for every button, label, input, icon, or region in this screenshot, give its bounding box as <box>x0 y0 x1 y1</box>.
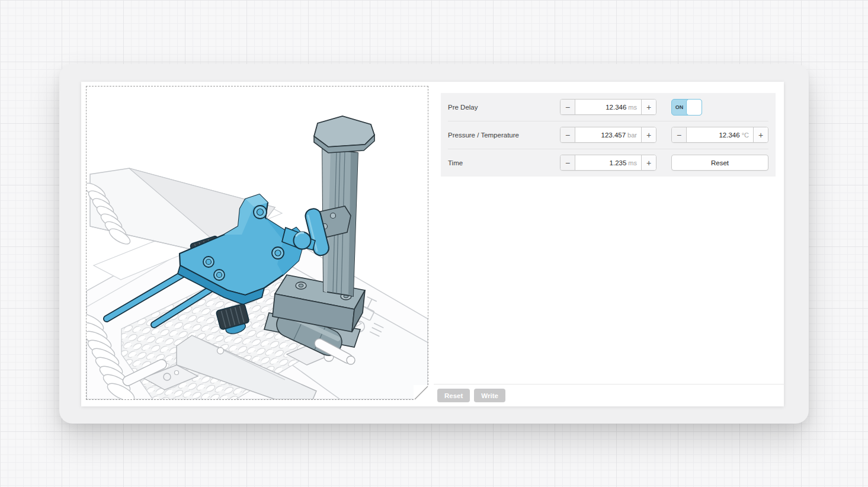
pre-delay-toggle[interactable]: ON <box>671 99 702 116</box>
time-value: 1.235 <box>610 159 627 166</box>
app-window: Pre Delay − 12.346 ms + ON Pressure / Te… <box>59 64 809 424</box>
temperature-increment-button[interactable]: + <box>753 127 768 142</box>
footer-write-button[interactable]: Write <box>474 389 505 402</box>
pre-delay-value-field[interactable]: 12.346 ms <box>575 100 641 114</box>
time-unit: ms <box>628 159 637 166</box>
temperature-value: 12.346 <box>719 132 739 139</box>
desktop-grid-background: { "icons": { "decrement": "−", "incremen… <box>0 0 868 487</box>
pre-delay-label: Pre Delay <box>448 104 478 111</box>
model-viewer[interactable] <box>86 86 428 400</box>
temperature-decrement-button[interactable]: − <box>672 127 687 142</box>
time-label: Time <box>448 159 463 166</box>
pre-delay-stepper: − 12.346 ms + <box>560 99 656 115</box>
footer-reset-button[interactable]: Reset <box>437 389 470 402</box>
temperature-unit: °C <box>742 132 749 139</box>
pressure-unit: bar <box>627 132 637 139</box>
pressure-temperature-label: Pressure / Temperature <box>448 132 519 139</box>
content-panel: Pre Delay − 12.346 ms + ON Pressure / Te… <box>81 82 784 406</box>
pre-delay-decrement-button[interactable]: − <box>560 100 575 114</box>
temperature-value-field[interactable]: 12.346 °C <box>687 127 753 142</box>
footer-action-bar: Reset Write <box>434 384 784 406</box>
time-increment-button[interactable]: + <box>641 155 656 170</box>
toggle-on-label: ON <box>672 100 687 115</box>
temperature-stepper: − 12.346 °C + <box>671 127 768 143</box>
toggle-knob <box>686 99 702 116</box>
pre-delay-value: 12.346 <box>606 104 626 111</box>
time-reset-button[interactable]: Reset <box>671 155 768 171</box>
pressure-decrement-button[interactable]: − <box>560 127 575 142</box>
time-value-field[interactable]: 1.235 ms <box>575 155 641 170</box>
resize-diagonal-icon <box>414 385 429 401</box>
parameter-panel: Pre Delay − 12.346 ms + ON Pressure / Te… <box>441 93 776 177</box>
pressure-increment-button[interactable]: + <box>641 127 656 142</box>
row-pre-delay: Pre Delay − 12.346 ms + ON <box>441 93 776 121</box>
time-stepper: − 1.235 ms + <box>560 155 656 171</box>
pressure-value: 123.457 <box>601 132 626 139</box>
pressure-value-field[interactable]: 123.457 bar <box>575 127 641 142</box>
row-time: Time − 1.235 ms + Reset <box>441 149 776 177</box>
row-pressure-temperature: Pressure / Temperature − 123.457 bar + −… <box>441 121 776 149</box>
machine-illustration-svg <box>87 86 428 399</box>
pre-delay-increment-button[interactable]: + <box>641 100 656 114</box>
pressure-stepper: − 123.457 bar + <box>560 127 656 143</box>
pre-delay-unit: ms <box>628 104 637 111</box>
time-decrement-button[interactable]: − <box>560 155 575 170</box>
viewer-resize-handle[interactable] <box>414 385 429 401</box>
